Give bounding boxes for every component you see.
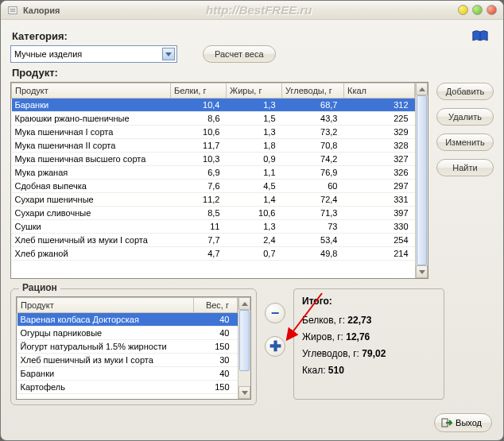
scroll-up-button[interactable] [416, 83, 428, 95]
exit-label: Выход [456, 418, 482, 427]
ration-col-weight[interactable]: Вес, г [194, 298, 238, 313]
book-icon[interactable] [471, 29, 489, 43]
ration-scroll-down[interactable] [238, 386, 250, 399]
table-row[interactable]: Баранки40 [17, 367, 238, 381]
add-to-ration-button[interactable]: ✚ [265, 336, 285, 357]
product-scrollbar[interactable] [415, 83, 428, 278]
table-row[interactable]: Хлеб пшеничный из муки I сорта30 [17, 354, 238, 367]
col-product[interactable]: Продукт [12, 83, 171, 99]
ration-scroll-up[interactable] [238, 297, 250, 310]
table-row[interactable]: Мука пшеничная I сорта10,61,373,2329 [12, 126, 415, 139]
table-row[interactable]: Мука пшеничная высшего сорта10,30,974,23… [12, 153, 415, 166]
tot-c-val: 79,02 [362, 348, 386, 359]
table-row[interactable]: Йогурт натуральный 1.5% жирности150 [17, 340, 238, 354]
table-row[interactable]: Вареная колбаса Докторская40 [17, 313, 238, 327]
category-label: Категория: [12, 30, 494, 42]
col-protein[interactable]: Белки, г [171, 83, 227, 99]
calc-weight-button[interactable]: Расчет веса [203, 45, 276, 63]
maximize-button[interactable] [472, 5, 483, 15]
side-button-panel: Добавить Удалить Изменить Найти [436, 83, 494, 279]
exit-button[interactable]: Выход [434, 413, 492, 432]
col-fat[interactable]: Жиры, г [227, 83, 282, 99]
window-controls [458, 5, 497, 15]
table-row[interactable]: Краюшки ржано-пшеничные8,61,543,3225 [12, 112, 415, 126]
scroll-thumb[interactable] [417, 95, 427, 265]
scroll-track[interactable] [416, 95, 428, 265]
tot-f-val: 12,76 [346, 331, 370, 342]
ration-scroll-track[interactable] [238, 310, 250, 386]
col-carbs[interactable]: Углеводы, г [282, 83, 344, 99]
ration-group: Рацион Продукт Вес, г Вареная колбаса До… [10, 288, 257, 405]
close-button[interactable] [487, 5, 497, 15]
table-row[interactable]: Баранки10,41,368,7312 [12, 99, 415, 112]
ration-scroll-thumb[interactable] [239, 310, 250, 371]
tot-p-val: 22,73 [347, 315, 371, 326]
table-row[interactable]: Огурцы парниковые40 [17, 327, 238, 340]
table-row[interactable]: Сдобная выпечка7,64,560297 [12, 180, 415, 193]
tot-k-val: 510 [328, 365, 344, 376]
col-kcal[interactable]: Ккал [344, 83, 415, 99]
edit-button[interactable]: Изменить [436, 133, 494, 151]
table-row[interactable]: Сушки111,373330 [12, 220, 415, 234]
totals-title: Итого: [302, 296, 436, 307]
tot-p-label: Белков, г: [302, 315, 345, 326]
remove-from-ration-button[interactable]: − [265, 303, 285, 323]
app-window: Калория http://BestFREE.ru Категория: Му… [0, 0, 504, 441]
add-remove-column: − ✚ [265, 303, 285, 357]
plus-icon: ✚ [269, 338, 281, 355]
app-icon [7, 5, 18, 16]
tot-c-label: Углеводов, г: [302, 348, 359, 359]
table-row[interactable]: Мука ржаная6,91,176,9326 [12, 166, 415, 180]
tot-f-label: Жиров, г: [302, 331, 343, 342]
table-row[interactable]: Сухари сливочные8,510,671,3397 [12, 207, 415, 220]
totals-panel: Итого: Белков, г: 22,73 Жиров, г: 12,76 … [293, 288, 444, 400]
category-dropdown[interactable]: Мучные изделия [10, 45, 177, 63]
ration-title: Рацион [19, 282, 60, 293]
exit-icon [441, 417, 452, 428]
table-row[interactable]: Мука пшеничная II сорта11,71,870,8328 [12, 139, 415, 153]
titlebar: Калория http://BestFREE.ru [1, 1, 503, 20]
tot-k-label: Ккал: [302, 365, 326, 376]
ration-col-product[interactable]: Продукт [17, 298, 194, 313]
table-row[interactable]: Хлеб ржаной4,70,749,8214 [12, 247, 415, 261]
minimize-button[interactable] [458, 5, 468, 15]
delete-button[interactable]: Удалить [436, 108, 494, 126]
ration-scrollbar[interactable] [238, 297, 250, 399]
minus-icon: − [271, 305, 280, 322]
scroll-down-button[interactable] [416, 265, 428, 278]
titlebar-url: http://BestFREE.ru [60, 3, 458, 17]
find-button[interactable]: Найти [436, 159, 494, 176]
product-section-label: Продукт: [12, 67, 494, 79]
ration-table[interactable]: Продукт Вес, г Вареная колбаса Докторска… [17, 297, 238, 394]
table-row[interactable]: Хлеб пшеничный из муки I сорта7,72,453,4… [12, 234, 415, 247]
category-value: Мучные изделия [14, 49, 162, 59]
product-table[interactable]: Продукт Белки, г Жиры, г Углеводы, г Кка… [11, 83, 415, 261]
add-button[interactable]: Добавить [436, 83, 494, 100]
app-title: Калория [23, 6, 60, 15]
table-row[interactable]: Сухари пшеничные11,21,472,4331 [12, 193, 415, 207]
product-table-frame: Продукт Белки, г Жиры, г Углеводы, г Кка… [10, 82, 428, 279]
dropdown-arrow-icon[interactable] [162, 48, 175, 60]
table-row[interactable]: Картофель150 [17, 381, 238, 394]
